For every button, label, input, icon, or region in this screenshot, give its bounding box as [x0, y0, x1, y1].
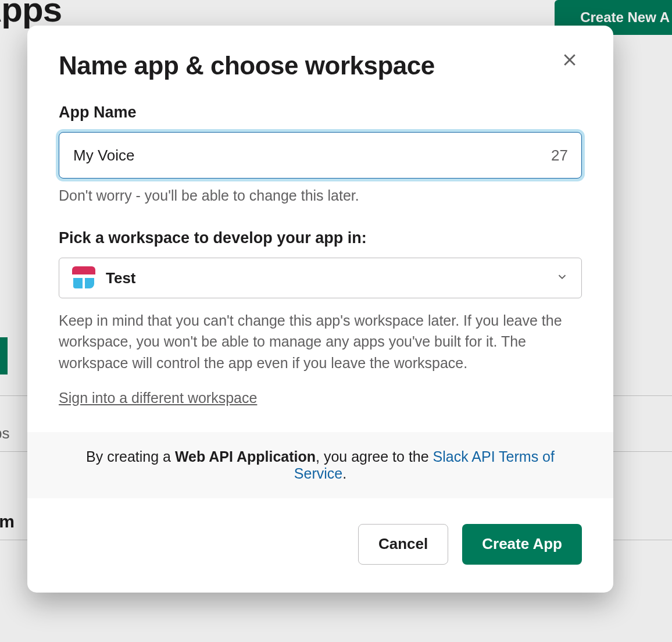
modal-footer: Cancel Create App [27, 498, 613, 593]
app-name-label: App Name [59, 104, 582, 122]
modal-title: Name app & choose workspace [59, 51, 582, 80]
close-button[interactable] [561, 51, 582, 72]
close-icon [561, 51, 578, 69]
char-count: 27 [551, 147, 568, 165]
tos-text-prefix: By creating a [86, 448, 175, 465]
workspace-icon [72, 266, 95, 290]
workspace-select[interactable]: Test [59, 258, 582, 298]
workspace-label: Pick a workspace to develop your app in: [59, 229, 582, 247]
create-app-button[interactable]: Create App [462, 524, 582, 565]
app-name-input-wrap: 27 [59, 132, 582, 179]
cancel-button[interactable]: Cancel [358, 524, 448, 565]
app-name-helper: Don't worry - you'll be able to change t… [59, 186, 582, 206]
workspace-note: Keep in mind that you can't change this … [59, 310, 582, 373]
tos-bar: By creating a Web API Application, you a… [27, 432, 613, 498]
tos-text-mid: , you agree to the [316, 448, 433, 465]
app-name-input[interactable] [59, 132, 582, 179]
tos-strong: Web API Application [175, 448, 316, 465]
workspace-value: Test [106, 269, 136, 287]
tos-suffix: . [342, 465, 346, 482]
chevron-down-icon [556, 270, 569, 286]
signin-different-workspace-link[interactable]: Sign into a different workspace [59, 390, 257, 406]
create-app-modal: Name app & choose workspace App Name 27 … [27, 26, 613, 593]
